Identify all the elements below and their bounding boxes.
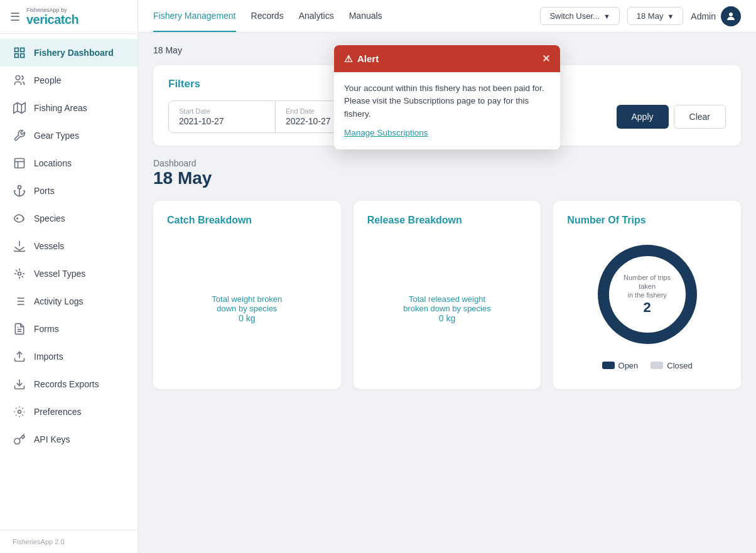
nav-links: Fishery ManagementRecordsAnalyticsManual… (153, 1, 525, 32)
sidebar-header: ☰ FisheriesApp by vericatch (0, 0, 138, 34)
sidebar-item-label: Imports (34, 352, 63, 362)
catch-breakdown-label: Total weight broken down by species (212, 294, 282, 313)
cards-row: Catch Breakdown Total weight broken down… (153, 201, 741, 389)
svg-rect-8 (15, 159, 24, 168)
sidebar-item-api-keys[interactable]: API Keys (0, 426, 138, 453)
apply-button[interactable]: Apply (617, 105, 669, 129)
list-icon (13, 294, 26, 308)
svg-marker-5 (14, 103, 25, 114)
sidebar-item-forms[interactable]: Forms (0, 315, 138, 343)
date-label: 18 May (637, 11, 664, 21)
dashboard-date: 18 May (153, 168, 741, 188)
hamburger-icon[interactable]: ☰ (10, 10, 20, 24)
donut-label: Number of trips taken in the fishery (619, 272, 676, 299)
manage-subscriptions-link[interactable]: Manage Subscriptions (344, 127, 550, 139)
donut-value: 2 (619, 299, 676, 316)
svg-point-11 (17, 218, 18, 219)
app-logo: FisheriesApp by vericatch (26, 8, 78, 26)
number-of-trips-content: Number of trips taken in the fishery 2 O… (567, 236, 727, 372)
sidebar-item-preferences[interactable]: Preferences (0, 398, 138, 426)
catch-breakdown-value: 0 kg (239, 313, 255, 323)
sidebar-item-fishery-dashboard[interactable]: Fishery Dashboard (0, 39, 138, 67)
sidebar-item-species[interactable]: Species (0, 205, 138, 232)
sidebar-item-label: People (34, 75, 62, 85)
topnav-link-records[interactable]: Records (251, 1, 284, 32)
sidebar-item-label: Species (34, 213, 65, 223)
content-area: 18 May ⚠ Alert ✕ Your account within thi… (138, 33, 756, 553)
import-icon (13, 350, 26, 363)
vessel-icon (13, 239, 26, 253)
start-date-field[interactable]: Start Date 2021-10-27 (169, 101, 276, 132)
gear-icon (13, 405, 26, 419)
svg-point-23 (18, 411, 21, 414)
closed-legend-dot (651, 362, 663, 369)
sidebar-item-activity-logs[interactable]: Activity Logs (0, 287, 138, 315)
sidebar-item-label: Vessels (34, 241, 64, 251)
sidebar-item-label: Activity Logs (34, 296, 84, 306)
sidebar-item-vessels[interactable]: Vessels (0, 232, 138, 260)
svg-rect-2 (21, 54, 24, 58)
start-date-value: 2021-10-27 (179, 116, 265, 126)
chart-icon (13, 46, 26, 60)
switch-user-button[interactable]: Switch User... ▼ (540, 7, 619, 25)
topnav-link-manuals[interactable]: Manuals (349, 1, 382, 32)
svg-point-4 (16, 76, 20, 80)
donut-legend: Open Closed (602, 361, 693, 370)
top-nav: Fishery ManagementRecordsAnalyticsManual… (138, 0, 756, 33)
sidebar-item-people[interactable]: People (0, 67, 138, 94)
sidebar-item-label: Preferences (34, 407, 81, 417)
dashboard-label: Dashboard (153, 158, 741, 168)
sidebar-item-label: Locations (34, 158, 72, 168)
sidebar-item-locations[interactable]: Locations (0, 149, 138, 177)
sidebar-item-label: Ports (34, 186, 55, 196)
anchor-icon (13, 184, 26, 198)
svg-point-24 (729, 13, 733, 16)
sidebar-item-label: Fishing Areas (34, 103, 87, 113)
sidebar-item-imports[interactable]: Imports (0, 343, 138, 370)
alert-modal: ⚠ Alert ✕ Your account within this fishe… (334, 45, 560, 149)
svg-rect-1 (21, 48, 24, 52)
sidebar-item-vessel-types[interactable]: Vessel Types (0, 260, 138, 287)
release-breakdown-card: Release Breakdown Total released weight … (354, 201, 541, 389)
number-of-trips-title: Number Of Trips (567, 215, 727, 226)
wrench-icon (13, 129, 26, 142)
vessel-type-icon (13, 267, 26, 281)
sidebar-item-ports[interactable]: Ports (0, 177, 138, 205)
number-of-trips-card: Number Of Trips Number of trips taken in… (553, 201, 741, 389)
catch-breakdown-card: Catch Breakdown Total weight broken down… (153, 201, 341, 389)
legend-closed: Closed (651, 361, 692, 370)
main-content: Fishery ManagementRecordsAnalyticsManual… (138, 0, 756, 553)
sidebar-nav: Fishery Dashboard People Fishing Areas G… (0, 34, 138, 530)
svg-point-9 (18, 186, 21, 189)
avatar[interactable] (721, 6, 741, 26)
sidebar-item-label: Forms (34, 324, 59, 334)
release-breakdown-value: 0 kg (439, 313, 455, 323)
clear-button[interactable]: Clear (674, 105, 726, 129)
chevron-down-icon: ▼ (667, 13, 674, 20)
building-icon (13, 156, 26, 170)
sidebar-item-records-exports[interactable]: Records Exports (0, 370, 138, 398)
sidebar-item-label: Vessel Types (34, 269, 85, 279)
alert-header: ⚠ Alert ✕ (334, 45, 560, 72)
topnav-link-analytics[interactable]: Analytics (299, 1, 334, 32)
fish-icon (13, 212, 26, 225)
open-legend-label: Open (618, 361, 639, 370)
catch-breakdown-title: Catch Breakdown (167, 215, 327, 226)
alert-close-button[interactable]: ✕ (542, 53, 550, 65)
date-selector[interactable]: 18 May ▼ (627, 7, 684, 25)
sidebar-item-label: API Keys (34, 434, 70, 444)
catch-breakdown-empty: Total weight broken down by species 0 kg (167, 236, 327, 372)
topnav-right: Switch User... ▼ 18 May ▼ Admin (540, 6, 741, 26)
alert-header-left: ⚠ Alert (344, 53, 379, 65)
sidebar-item-gear-types[interactable]: Gear Types (0, 122, 138, 149)
chevron-down-icon: ▼ (603, 13, 610, 20)
sidebar-footer: FisheriesApp 2.0 (0, 530, 138, 553)
people-icon (13, 73, 26, 87)
sidebar-item-label: Gear Types (34, 131, 79, 141)
form-icon (13, 322, 26, 336)
topnav-link-fishery-management[interactable]: Fishery Management (153, 1, 236, 32)
sidebar-item-fishing-areas[interactable]: Fishing Areas (0, 94, 138, 122)
alert-message: Your account within this fishery has not… (344, 83, 544, 119)
dashboard-header: Dashboard 18 May (153, 158, 741, 188)
map-icon (13, 101, 26, 115)
